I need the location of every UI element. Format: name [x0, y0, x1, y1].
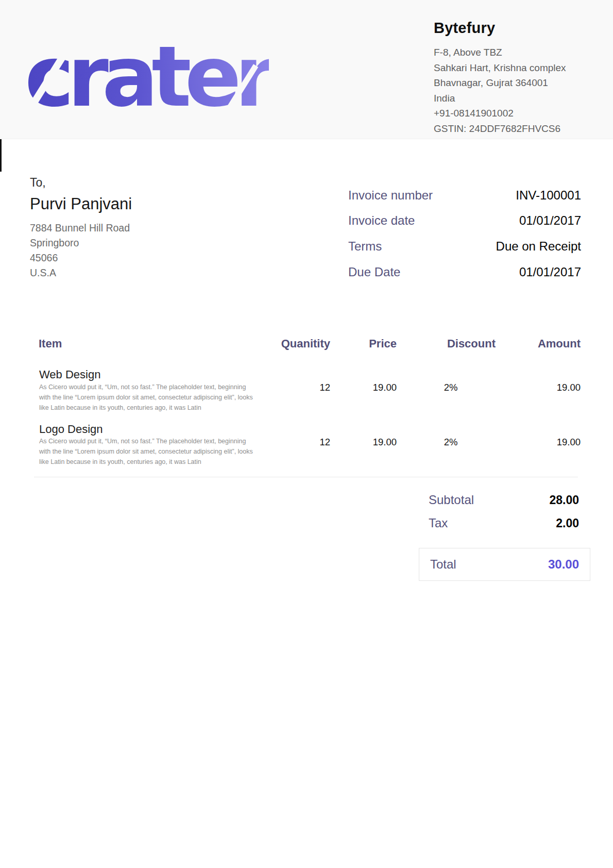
item-description-line: like Latin because in its youth, centuri…: [39, 403, 253, 413]
customer-name: Purvi Panjvani: [30, 195, 132, 213]
due-date-value: 01/01/2017: [519, 265, 581, 279]
due-date-label: Due Date: [348, 265, 400, 279]
customer-address: 7884 Bunnel Hill Road Springboro 45066 U…: [30, 221, 132, 280]
company-info: Bytefury F-8, Above TBZ Sahkari Hart, Kr…: [434, 20, 604, 136]
invoice-number-row: Invoice number INV-100001: [348, 188, 581, 203]
column-header-amount: Amount: [498, 337, 581, 350]
item-price: 19.00: [314, 382, 397, 393]
tax-value: 2.00: [556, 516, 579, 530]
item-description-line: like Latin because in its youth, centuri…: [39, 457, 253, 467]
company-address-line: Sahkari Hart, Krishna complex: [434, 60, 604, 76]
item-description: As Cicero would put it, “Um, not so fast…: [39, 436, 253, 467]
customer-address-line: Springboro: [30, 236, 132, 251]
customer-address-line: 45066: [30, 251, 132, 265]
company-phone: +91-08141901002: [434, 106, 604, 121]
company-address: F-8, Above TBZ Sahkari Hart, Krishna com…: [434, 45, 604, 136]
tax-label: Tax: [429, 516, 448, 530]
invoice-page: crater Bytefury F-8, Above TBZ Sahkari H…: [0, 0, 613, 868]
bill-to-block: To, Purvi Panjvani 7884 Bunnel Hill Road…: [30, 176, 132, 280]
item-description-line: As Cicero would put it, “Um, not so fast…: [39, 382, 253, 392]
tax-row: Tax 2.00: [429, 516, 579, 530]
item-amount: 19.00: [498, 382, 581, 393]
crater-logo: crater: [25, 35, 269, 118]
table-bottom-divider: [34, 477, 578, 477]
column-header-item: Item: [39, 337, 62, 350]
grand-total-label: Total: [430, 557, 456, 572]
item-description-line: with the line “Lorem ipsum dolor sit ame…: [39, 392, 253, 403]
item-description-line: As Cicero would put it, “Um, not so fast…: [39, 436, 253, 446]
invoice-number-label: Invoice number: [348, 188, 433, 203]
grand-total-value: 30.00: [548, 557, 579, 572]
invoice-date-row: Invoice date 01/01/2017: [348, 213, 581, 228]
due-date-row: Due Date 01/01/2017: [348, 265, 581, 279]
customer-address-line: 7884 Bunnel Hill Road: [30, 221, 132, 236]
item-price: 19.00: [314, 437, 397, 448]
item-description-line: with the line “Lorem ipsum dolor sit ame…: [39, 446, 253, 457]
item-amount: 19.00: [498, 437, 581, 448]
terms-row: Terms Due on Receipt: [348, 239, 581, 254]
company-name: Bytefury: [434, 20, 604, 37]
company-address-line: F-8, Above TBZ: [434, 45, 604, 60]
column-header-price: Price: [314, 337, 397, 350]
invoice-date-label: Invoice date: [348, 213, 415, 228]
item-description: As Cicero would put it, “Um, not so fast…: [39, 382, 253, 413]
invoice-date-value: 01/01/2017: [519, 213, 581, 228]
item-name: Logo Design: [39, 423, 103, 436]
bill-to-intro: To,: [30, 176, 132, 190]
subtotal-label: Subtotal: [429, 493, 474, 507]
grand-total-box: Total 30.00: [419, 548, 590, 581]
company-address-line: Bhavnagar, Gujrat 364001: [434, 75, 604, 91]
terms-label: Terms: [348, 239, 382, 254]
subtotal-row: Subtotal 28.00: [429, 493, 579, 507]
customer-address-line: U.S.A: [30, 265, 132, 280]
invoice-number-value: INV-100001: [516, 188, 581, 203]
item-name: Web Design: [39, 368, 100, 381]
item-discount: 2%: [410, 382, 492, 393]
column-header-discount: Discount: [413, 337, 496, 350]
item-discount: 2%: [410, 437, 492, 448]
subtotal-value: 28.00: [549, 493, 579, 507]
terms-value: Due on Receipt: [496, 239, 581, 254]
company-address-line: India: [434, 91, 604, 106]
company-gstin: GSTIN: 24DDF7682FHVCS6: [434, 121, 604, 137]
